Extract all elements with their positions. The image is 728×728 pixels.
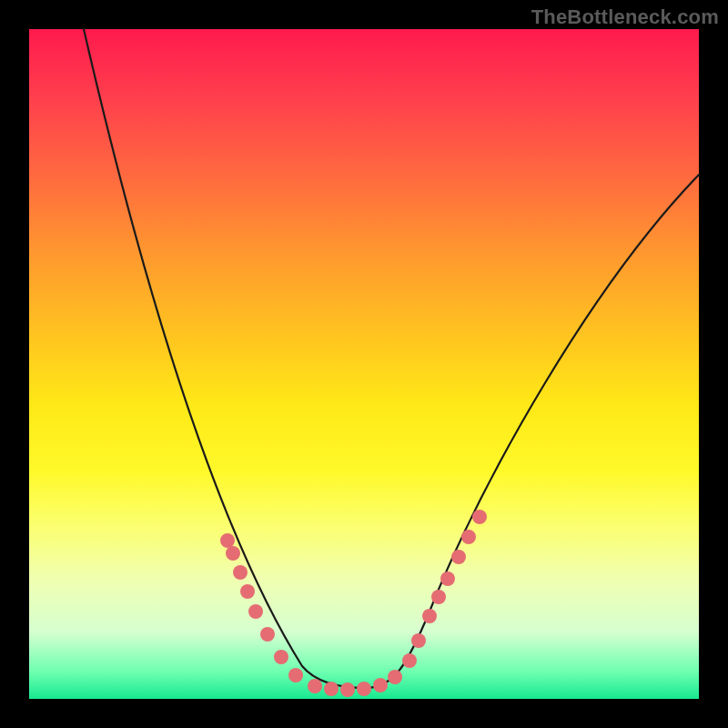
data-point xyxy=(451,550,466,564)
data-point xyxy=(402,653,417,668)
chart-svg xyxy=(29,29,699,699)
data-point xyxy=(274,650,288,664)
data-point xyxy=(308,679,322,693)
bottleneck-curve xyxy=(84,29,699,688)
data-point xyxy=(248,604,263,619)
data-point xyxy=(411,633,426,648)
plot-area xyxy=(29,29,699,699)
data-point xyxy=(357,682,371,696)
data-point xyxy=(240,584,255,599)
points-group-left xyxy=(220,533,303,682)
data-point xyxy=(340,682,355,697)
data-point xyxy=(226,546,240,561)
data-point xyxy=(220,533,235,548)
points-group-bottom xyxy=(308,670,402,697)
data-point xyxy=(260,627,275,642)
data-point xyxy=(373,678,388,693)
data-point xyxy=(288,668,303,682)
data-point xyxy=(440,571,455,586)
data-point xyxy=(324,682,339,696)
points-group-right xyxy=(402,510,487,668)
data-point xyxy=(431,590,446,604)
data-point xyxy=(422,609,437,623)
data-point xyxy=(233,565,248,580)
data-point xyxy=(388,670,402,684)
data-point xyxy=(461,530,476,544)
chart-frame: TheBottleneck.com xyxy=(0,0,728,728)
watermark-text: TheBottleneck.com xyxy=(531,5,719,29)
data-point xyxy=(472,510,487,524)
